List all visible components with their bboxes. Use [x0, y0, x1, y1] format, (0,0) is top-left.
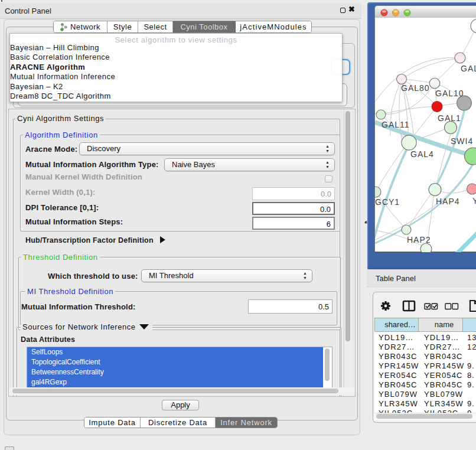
svg-text:GAL11: GAL11: [382, 120, 410, 129]
svg-text:HAP4: HAP4: [436, 197, 460, 206]
svg-text:YEL: YEL: [472, 196, 476, 206]
svg-text:GAL80: GAL80: [401, 83, 430, 93]
svg-text:GAL1: GAL1: [438, 113, 461, 123]
svg-text:GAL4: GAL4: [410, 149, 434, 159]
svg-text:SWI4: SWI4: [451, 136, 473, 146]
svg-text:GAL7: GAL7: [461, 64, 476, 73]
svg-text:HAP2: HAP2: [407, 235, 431, 244]
svg-text:GAL10: GAL10: [435, 89, 464, 98]
svg-text:GCY1: GCY1: [375, 197, 400, 207]
